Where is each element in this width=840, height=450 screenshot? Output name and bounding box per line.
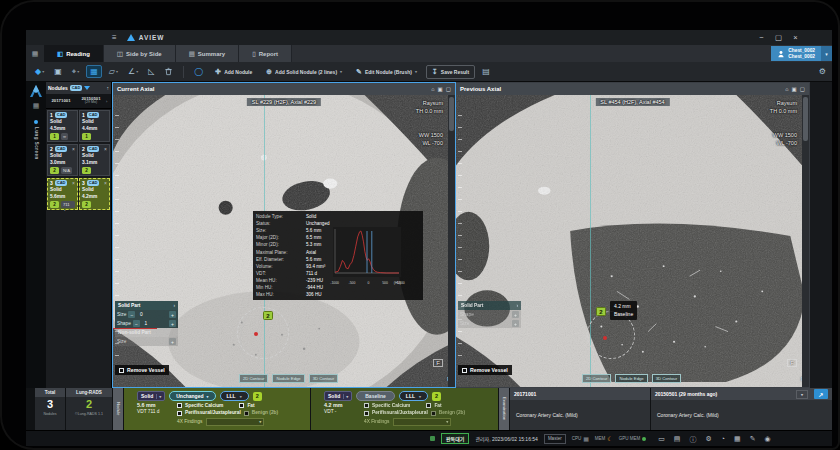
history-icon[interactable]: ◔ [721, 435, 725, 442]
home-icon[interactable]: ⌂ [785, 86, 788, 92]
checkbox-icon[interactable] [364, 411, 369, 416]
add-nodule-button[interactable]: ✚Add Nodule [210, 66, 257, 78]
status-dropdown[interactable]: Unchanged▾ [169, 391, 215, 401]
previous-ct-image[interactable]: SL #454 (H2F), Axial #454 RaysumTH 0.0 m… [456, 95, 809, 387]
plus-button[interactable]: + [169, 338, 176, 345]
close-icon[interactable]: × [72, 180, 75, 186]
plus-button[interactable]: + [512, 311, 519, 318]
checkbox-icon[interactable] [177, 403, 182, 408]
sidebar-toggle-icon[interactable]: ▦ [26, 45, 44, 62]
plus-button[interactable]: + [512, 320, 519, 327]
plus-button[interactable]: + [169, 311, 176, 318]
minimize-button[interactable]: − [753, 33, 770, 42]
edit-nodule-button[interactable]: ✎Edit Nodule (Brush)▾ [351, 66, 422, 78]
profile-icon[interactable]: ▣ [51, 66, 65, 77]
annotate-icon[interactable]: ✎ [750, 435, 756, 443]
panel-icon[interactable]: ▦ [86, 65, 102, 78]
checkbox-icon[interactable] [177, 411, 182, 416]
add-nodule-icon: ✚ [215, 68, 221, 76]
edit-button[interactable]: 2D Contour [239, 374, 268, 383]
nodule-card[interactable]: 1CAD Solid 4.5mm 1∞ [47, 110, 78, 142]
column-expander-icon[interactable]: › [106, 94, 111, 108]
patient-dropdown-icon[interactable]: ▾ [821, 46, 832, 61]
current-ct-image[interactable]: SL #229 (H2F), Axial #229 RaysumTH 0.0 m… [113, 95, 455, 387]
image-icon[interactable]: ▦ [734, 435, 741, 443]
brush-circle-icon[interactable]: ◯ [191, 66, 206, 77]
nodule-card[interactable]: 2CAD× Solid 3.1mm 2 [79, 144, 110, 176]
exam-dropdown-icon[interactable]: ▾ [796, 390, 808, 399]
collapse-icon[interactable]: › [173, 303, 175, 308]
nodule-number-badge[interactable]: 2 [263, 311, 273, 320]
slice-scrollbar[interactable] [802, 95, 809, 387]
module-name[interactable]: Lung Screen [34, 127, 39, 160]
nodule-card-selected[interactable]: 3CAD× Solid 4.2mm 2 [79, 178, 110, 210]
edit-button[interactable]: Nodule Edge [272, 374, 304, 383]
save-result-button[interactable]: ↧Save Result [426, 65, 475, 79]
brand-icon[interactable]: ◉ [765, 435, 771, 443]
solid-part-panel: Solid Part› Shape+ Size+ [458, 301, 521, 328]
nodule-type-dropdown[interactable]: Solid▾ [324, 391, 352, 401]
filter-icon[interactable] [84, 86, 90, 90]
maximize-icon[interactable]: ▢ [446, 86, 451, 92]
hamburger-menu-icon[interactable]: ≡ [112, 33, 117, 42]
checkbox-icon[interactable] [364, 403, 369, 408]
edit-button[interactable]: 3D Contour [652, 374, 681, 383]
sort-up-icon[interactable]: ↑ [107, 85, 110, 91]
clipboard-icon[interactable]: ▤ [479, 66, 493, 77]
edit-button[interactable]: 2D Contour [582, 374, 611, 383]
info-icon[interactable]: ⓘ [689, 434, 696, 444]
previous-axial-viewport[interactable]: Previous Axial ⌂▣▢ [456, 82, 810, 388]
expand-icon[interactable]: ↗ [814, 389, 828, 399]
plus-button[interactable]: + [169, 320, 176, 327]
tab-summary[interactable]: ▤Summary [176, 45, 240, 62]
checkbox-icon[interactable] [239, 403, 244, 408]
maximize-icon[interactable]: ▢ [800, 86, 805, 92]
nodule-type-dropdown[interactable]: Solid▾ [137, 391, 165, 401]
module-grid-icon[interactable]: ▦ [33, 102, 40, 110]
maximize-button[interactable]: ▢ [770, 33, 787, 42]
nodule-card[interactable]: 1CAD Solid 4.4mm 1 [79, 110, 110, 142]
close-button[interactable]: × [787, 33, 804, 42]
capture-icon[interactable]: ▣ [792, 86, 797, 92]
remove-vessel-checkbox[interactable]: Remove Vessel [115, 365, 169, 375]
tab-report[interactable]: ▯Report [239, 45, 292, 62]
edit-button[interactable]: 3D Contour [309, 374, 338, 383]
angle-icon[interactable]: ∠▾ [125, 66, 141, 77]
document-icon[interactable]: ▤ [674, 435, 681, 443]
slice-scrollbar[interactable] [448, 95, 455, 387]
setsquare-icon[interactable]: ◺ [145, 66, 157, 77]
settings-icon[interactable]: ⚙ [819, 67, 826, 76]
nodule-number-badge[interactable]: 2 [596, 307, 606, 316]
minus-button[interactable]: − [128, 311, 135, 318]
settings-icon[interactable]: ⚙ [705, 435, 711, 443]
chat-icon[interactable]: ▭ [658, 435, 665, 443]
edit-button[interactable]: Nodule Edge [615, 374, 647, 383]
aview-app-window: ≡ AVIEW − ▢ × ▦ ◧Reading ◫Side by Side ▤… [26, 30, 832, 446]
thickness: TH 0.0 mm [770, 108, 797, 114]
nodule-card-selected[interactable]: 3CAD× Solid 5.6mm 2711 d [47, 178, 78, 210]
close-icon[interactable]: × [104, 180, 107, 186]
lungrads-badge: 1 [50, 133, 59, 140]
close-icon[interactable]: × [72, 146, 75, 152]
tab-side-by-side[interactable]: ◫Side by Side [104, 45, 176, 62]
collapse-icon[interactable]: › [516, 303, 518, 308]
crosshair-icon[interactable]: ⌖▾ [69, 66, 83, 78]
current-axial-viewport[interactable]: Current Axial ⌂▣▢ [112, 82, 456, 388]
tab-reading[interactable]: ◧Reading [44, 45, 104, 62]
capture-icon[interactable]: ▣ [438, 86, 443, 92]
remove-vessel-checkbox[interactable]: Remove Vessel [458, 365, 512, 375]
eraser-icon[interactable]: ▱▾ [106, 66, 121, 77]
home-icon[interactable]: ⌂ [431, 86, 434, 92]
patient-selector[interactable]: Chest_0002 Chest_0002 ▾ [771, 46, 832, 61]
findings-dropdown[interactable]: ▾ [393, 418, 451, 426]
trash-icon[interactable] [161, 66, 176, 77]
findings-dropdown[interactable]: ▾ [206, 418, 264, 426]
minus-button[interactable]: − [133, 320, 140, 327]
mpr-icon[interactable]: ◆▾ [32, 66, 47, 77]
close-icon[interactable]: × [104, 146, 107, 152]
location-dropdown[interactable]: LLL▾ [220, 391, 249, 401]
nodule-card[interactable]: 2CAD× Solid 3.0mm 2N/A [47, 144, 78, 176]
location-dropdown[interactable]: LLL▾ [399, 391, 428, 401]
add-solid-nodule-button[interactable]: ⊕Add Solid Nodule (2 lines)▾ [261, 66, 347, 78]
checkbox-icon[interactable] [426, 403, 431, 408]
